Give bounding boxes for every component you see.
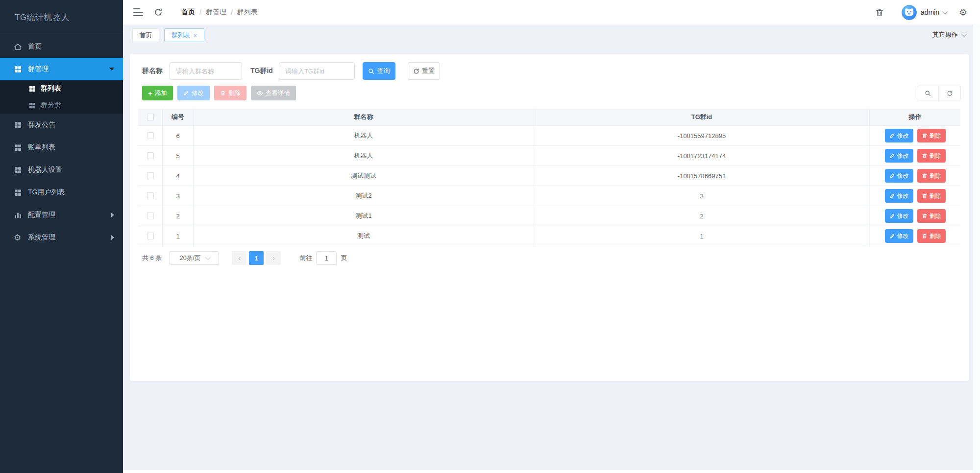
pencil-icon [889,153,895,159]
trash-icon [922,173,928,179]
settings-gear-icon[interactable]: ⚙ [959,8,967,17]
horizontal-scrollbar[interactable] [123,470,973,473]
view-detail-button[interactable]: 查看详情 [251,86,296,100]
trash-icon [922,233,928,239]
sidebar-item-label: TG用户列表 [28,188,65,197]
avatar-image [902,5,917,20]
row-delete-button[interactable]: 删除 [917,129,946,142]
add-button[interactable]: + 添加 [142,86,173,100]
row-delete-button[interactable]: 删除 [917,209,946,223]
row-checkbox[interactable] [147,192,154,199]
bar-chart-icon [14,211,22,219]
row-delete-button[interactable]: 删除 [917,229,946,243]
row-edit-button[interactable]: 修改 [885,229,913,243]
row-edit-label: 修改 [897,232,909,240]
sidebar-submenu: 群列表 群分类 [0,80,123,114]
prev-page-button[interactable]: ‹ [232,251,246,265]
trash-icon [922,213,928,219]
row-id: 3 [163,186,194,206]
sidebar-item-config-manage[interactable]: 配置管理 [0,204,123,226]
next-page-button[interactable]: › [266,251,281,265]
more-actions-dropdown[interactable]: 其它操作 [932,30,965,39]
row-id: 2 [163,206,194,226]
row-group-name: 测试 [194,226,534,246]
username: admin [921,8,939,16]
column-header-id: 编号 [163,109,194,125]
page-size-select[interactable]: 20条/页 [170,251,219,265]
chevron-right-icon: › [272,254,275,262]
row-checkbox[interactable] [147,213,154,219]
row-delete-label: 删除 [930,132,941,140]
goto-page-input[interactable] [316,251,337,265]
caret-right-icon [111,213,114,217]
row-delete-button[interactable]: 删除 [917,149,946,163]
edit-button[interactable]: 修改 [177,86,210,100]
edit-button-label: 修改 [192,89,204,97]
vertical-scrollbar[interactable] [973,24,980,473]
refresh-icon[interactable] [154,8,163,17]
select-all-checkbox[interactable] [147,114,154,120]
sidebar-subitem-group-list[interactable]: 群列表 [0,80,123,97]
avatar[interactable] [902,5,917,20]
show-search-button[interactable] [917,86,939,100]
app-title: TG统计机器人 [15,12,70,23]
table-header: 编号 群名称 TG群id 操作 [138,109,960,125]
row-edit-button[interactable]: 修改 [885,149,913,163]
sidebar-item-announcement[interactable]: 群发公告 [0,114,123,136]
row-checkbox[interactable] [147,233,154,239]
reset-button[interactable]: 重置 [408,62,440,80]
page-number-current[interactable]: 1 [249,251,264,265]
refresh-table-button[interactable] [939,86,961,100]
row-delete-button[interactable]: 删除 [917,169,946,183]
trash-icon[interactable] [875,8,884,17]
sidebar-item-bill-list[interactable]: 账单列表 [0,136,123,159]
header-right: admin ⚙ [875,5,980,20]
sidebar-item-group-manage[interactable]: 群管理 [0,58,123,80]
pencil-icon [183,90,189,96]
search-button-label: 查询 [377,67,390,75]
row-edit-button[interactable]: 修改 [885,169,913,183]
sidebar: TG统计机器人 首页 群管理 群列表 群分类 群发公告 [0,0,123,473]
sidebar-item-robot-settings[interactable]: 机器人设置 [0,159,123,181]
table-row: 4 测试测试 -1001578669751 修改 删除 [138,166,960,186]
row-edit-button[interactable]: 修改 [885,189,913,203]
grid-icon [14,143,22,152]
breadcrumb: 首页 / 群管理 / 群列表 [181,8,258,17]
chevron-down-icon [942,9,948,14]
breadcrumb-section: 群管理 [206,8,226,17]
close-icon[interactable]: × [194,32,197,39]
row-checkbox[interactable] [147,152,154,159]
tg-group-id-label: TG群id [250,67,273,75]
sidebar-subitem-group-category[interactable]: 群分类 [0,97,123,114]
sidebar-subitem-label: 群分类 [41,101,61,110]
delete-button[interactable]: 删除 [214,86,246,100]
search-button[interactable]: 查询 [363,62,395,80]
row-delete-button[interactable]: 删除 [917,189,946,203]
tab-group-list[interactable]: 群列表 × [164,28,204,42]
row-edit-button[interactable]: 修改 [885,209,913,223]
page-unit-label: 页 [341,254,347,262]
breadcrumb-home[interactable]: 首页 [181,8,195,17]
grid-icon [14,65,22,73]
caret-right-icon [111,235,114,240]
row-id: 5 [163,146,194,166]
caret-down-icon [109,68,114,71]
sidebar-item-system-manage[interactable]: ⚙ 系统管理 [0,226,123,249]
row-edit-label: 修改 [897,192,909,200]
user-menu[interactable]: admin [921,8,946,16]
row-delete-label: 删除 [930,232,941,240]
sidebar-item-home[interactable]: 首页 [0,35,123,58]
trash-icon [220,90,226,96]
row-checkbox[interactable] [147,172,154,179]
menu-collapse-icon[interactable] [133,8,143,16]
table-tools [917,86,961,100]
breadcrumb-separator: / [199,8,201,16]
row-checkbox[interactable] [147,132,154,139]
tab-home[interactable]: 首页 [132,28,159,42]
row-group-name: 测试测试 [194,166,534,186]
table-row: 5 机器人 -1001723174174 修改 删除 [138,145,960,166]
tg-group-id-input[interactable] [279,62,355,80]
row-edit-button[interactable]: 修改 [885,129,913,142]
sidebar-item-tg-user-list[interactable]: TG用户列表 [0,181,123,204]
group-name-input[interactable] [170,62,242,80]
